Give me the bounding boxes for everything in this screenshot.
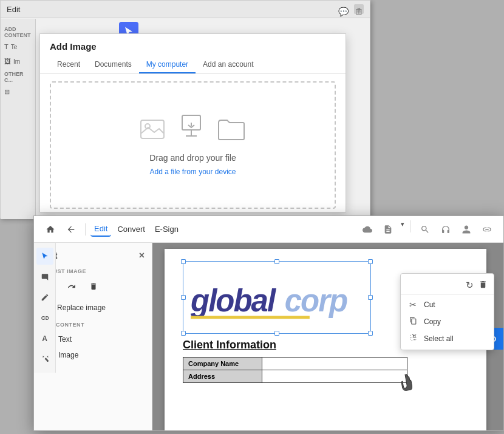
- fg-body: A Edit × ADJUST IMAGE: [34, 243, 503, 430]
- headphone-icon[interactable]: [437, 220, 455, 239]
- handle-top-left[interactable]: [181, 259, 186, 264]
- bg-sidebar: ADD CONTENT T Te 🖼 Im OTHER C... ⊞: [1, 19, 36, 219]
- select-all-icon: [408, 334, 418, 344]
- dialog-title: Add Image: [40, 34, 346, 52]
- bg-sidebar-other[interactable]: ⊞: [1, 84, 35, 100]
- pen-tool[interactable]: [36, 289, 53, 306]
- toolbar-separator-2: [410, 220, 411, 232]
- bg-chat-icon[interactable]: 💬: [337, 5, 349, 18]
- dropzone-icons: [140, 114, 247, 143]
- select-tool[interactable]: [36, 248, 53, 265]
- table-row-company: Company Name: [183, 358, 407, 370]
- comment-tool[interactable]: [36, 268, 53, 285]
- fg-canvas: global corp: [152, 243, 503, 430]
- dropzone-text: Drag and drop your file: [149, 153, 236, 163]
- back-button[interactable]: [62, 220, 80, 239]
- context-delete-icon[interactable]: [478, 280, 488, 291]
- add-text-button[interactable]: Text: [41, 331, 145, 347]
- text-tool[interactable]: A: [36, 330, 53, 347]
- company-name-value: [262, 358, 407, 370]
- handle-mid-left[interactable]: [181, 295, 186, 300]
- fg-sidebar-header: Edit ×: [41, 250, 145, 261]
- logo-container: global corp: [183, 262, 370, 333]
- context-menu: ↻ ✂ Cut Copy: [400, 273, 494, 350]
- svg-text:global: global: [191, 283, 277, 318]
- replace-image-label: Replace image: [57, 303, 106, 312]
- client-info-table: Company Name Address: [183, 357, 407, 383]
- redo-button[interactable]: [63, 278, 80, 295]
- company-name-header: Company Name: [183, 358, 262, 370]
- replace-image-button[interactable]: Replace image: [41, 301, 145, 314]
- context-copy[interactable]: Copy: [401, 313, 494, 330]
- folder-icon: [216, 117, 247, 143]
- bg-sidebar-image[interactable]: 🖼 Im: [1, 54, 35, 69]
- magic-tool[interactable]: [36, 351, 53, 368]
- client-info-heading: Client Information: [183, 339, 276, 351]
- handle-bot-right[interactable]: [368, 331, 373, 336]
- cut-label: Cut: [424, 300, 435, 309]
- handle-mid-right[interactable]: [368, 295, 373, 300]
- search-button[interactable]: [416, 220, 434, 239]
- bg-sidebar-text[interactable]: T Te: [1, 39, 35, 54]
- bg-other-label: OTHER C...: [1, 69, 35, 84]
- cut-icon: ✂: [408, 300, 418, 310]
- svg-text:corp: corp: [285, 283, 347, 318]
- bg-grid-icon[interactable]: ⊞: [353, 5, 365, 18]
- tab-add-account[interactable]: Add an account: [196, 56, 261, 73]
- user-icon[interactable]: [457, 220, 475, 239]
- home-button[interactable]: [41, 220, 60, 239]
- copy-label: Copy: [424, 317, 441, 326]
- selected-logo-image[interactable]: global corp: [183, 261, 371, 334]
- add-image-dialog: Add Image Recent Documents My computer A…: [39, 33, 346, 212]
- add-text-label: Text: [58, 335, 72, 344]
- bg-other-icon: ⊞: [4, 88, 10, 96]
- globalcorp-logo-svg: global corp: [191, 270, 363, 325]
- context-menu-top-icons: ↻: [401, 276, 494, 293]
- tab-recent[interactable]: Recent: [50, 56, 87, 73]
- fg-toolbar: Edit Convert E-Sign ▾: [34, 216, 503, 243]
- select-all-label: Select all: [424, 334, 454, 343]
- handle-bot-center[interactable]: [274, 331, 279, 336]
- link-icon[interactable]: [478, 220, 496, 239]
- context-sep-1: [401, 294, 494, 295]
- context-select-all[interactable]: Select all: [401, 330, 494, 347]
- bg-title: Edit: [7, 5, 20, 14]
- convert-tab[interactable]: Convert: [114, 222, 149, 236]
- esign-tab[interactable]: E-Sign: [151, 222, 182, 236]
- file-icon[interactable]: [379, 220, 397, 239]
- bg-toolbar-icons: 💬 ⊞: [337, 5, 365, 18]
- context-cut[interactable]: ✂ Cut: [401, 296, 494, 313]
- bg-image-icon: 🖼: [4, 58, 11, 65]
- add-image-button[interactable]: Image: [41, 347, 145, 363]
- dropzone-link[interactable]: Add a file from your device: [149, 168, 236, 176]
- dropzone[interactable]: Drag and drop your file Add a file from …: [50, 81, 336, 209]
- add-image-label: Image: [58, 351, 78, 359]
- fg-left-tools: A: [34, 243, 56, 373]
- toolbar-separator-1: [85, 223, 86, 236]
- table-row-address: Address: [183, 370, 407, 383]
- dialog-tabs: Recent Documents My computer Add an acco…: [40, 52, 346, 74]
- computer-icon: [180, 114, 206, 143]
- handle-bot-left[interactable]: [181, 331, 186, 336]
- bg-titlebar: Edit ×: [1, 1, 370, 18]
- fg-sidebar-close[interactable]: ×: [139, 250, 145, 261]
- svg-rect-12: [191, 316, 310, 319]
- tab-my-computer[interactable]: My computer: [139, 56, 196, 73]
- handle-top-center[interactable]: [274, 259, 279, 264]
- file-dropdown-icon[interactable]: ▾: [400, 220, 406, 239]
- bg-add-content-label: ADD CONTENT: [1, 24, 35, 39]
- bg-text-icon: T: [4, 43, 9, 50]
- tab-documents[interactable]: Documents: [87, 56, 139, 73]
- link-tool[interactable]: [36, 310, 53, 327]
- edit-tab[interactable]: Edit: [90, 222, 111, 237]
- image-icon: [140, 117, 170, 143]
- adjust-row: [41, 278, 145, 295]
- address-value: [262, 370, 407, 383]
- add-content-label: ADD CONTENT: [41, 322, 145, 328]
- toolbar-right: ▾: [358, 220, 496, 239]
- adjust-image-label: ADJUST IMAGE: [41, 268, 145, 274]
- delete-image-button[interactable]: [85, 278, 102, 295]
- context-refresh-icon[interactable]: ↻: [466, 280, 474, 291]
- handle-top-right[interactable]: [368, 259, 373, 264]
- cloud-icon[interactable]: [358, 220, 376, 239]
